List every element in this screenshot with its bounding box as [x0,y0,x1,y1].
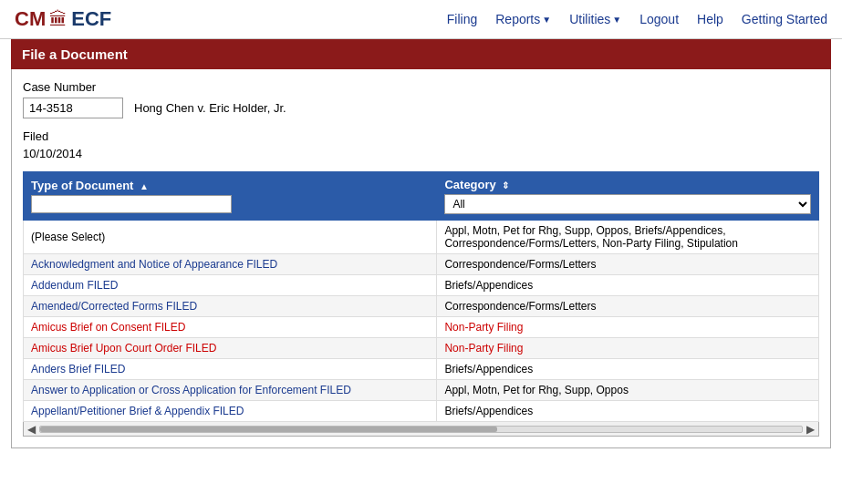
type-cell: (Please Select) [24,221,437,254]
reports-dropdown-arrow: ▼ [542,15,551,25]
logo: CM 🏛 ECF [15,7,111,31]
category-cell: Appl, Motn, Pet for Rhg, Supp, Oppos, Br… [437,221,819,254]
category-cell: Non-Party Filing [437,338,819,359]
category-cell: Briefs/Appendices [437,275,819,296]
doc-table-body: (Please Select)Appl, Motn, Pet for Rhg, … [24,221,819,422]
case-number-label: Case Number [23,80,819,94]
table-row: Answer to Application or Cross Applicati… [24,380,819,401]
case-number-section: Case Number Hong Chen v. Eric Holder, Jr… [23,80,819,118]
table-row: Amicus Brief on Consent FILEDNon-Party F… [24,317,819,338]
filed-section: Filed 10/10/2014 [23,129,819,160]
case-row: Hong Chen v. Eric Holder, Jr. [23,98,819,118]
category-cell: Briefs/Appendices [437,359,819,380]
document-table-wrapper: Type of Document ▲ Category ⇕ All [23,171,819,422]
type-cell[interactable]: Appellant/Petitioner Brief & Appendix FI… [24,401,437,422]
filed-label: Filed [23,129,819,143]
category-select-wrapper: All Appl, Motn, Pet for Rhg, Supp, Oppos… [444,191,811,214]
type-cell[interactable]: Amended/Corrected Forms FILED [24,296,437,317]
filed-date: 10/10/2014 [23,147,819,160]
col-header-type[interactable]: Type of Document ▲ [24,172,437,221]
category-cell: Correspondence/Forms/Letters [437,296,819,317]
nav-filing[interactable]: Filing [447,12,477,26]
type-cell[interactable]: Addendum FILED [24,275,437,296]
case-number-input[interactable] [23,98,123,118]
nav-utilities[interactable]: Utilities ▼ [569,12,621,26]
main-content: File a Document Case Number Hong Chen v.… [0,39,842,459]
case-name: Hong Chen v. Eric Holder, Jr. [134,101,286,115]
nav-getting-started[interactable]: Getting Started [742,12,827,26]
category-cell: Correspondence/Forms/Letters [437,254,819,275]
file-doc-header: File a Document [11,39,831,69]
table-row: Appellant/Petitioner Brief & Appendix FI… [24,401,819,422]
category-cell: Briefs/Appendices [437,401,819,422]
type-cell[interactable]: Answer to Application or Cross Applicati… [24,380,437,401]
header: CM 🏛 ECF Filing Reports ▼ Utilities ▼ Lo… [0,0,842,39]
nav-help[interactable]: Help [697,12,723,26]
sort-category-arrow[interactable]: ⇕ [502,180,509,190]
logo-icon: 🏛 [49,9,68,30]
category-select[interactable]: All Appl, Motn, Pet for Rhg, Supp, Oppos… [444,194,811,214]
horizontal-scrollbar[interactable]: ◀ ▶ [23,422,819,437]
category-cell: Non-Party Filing [437,317,819,338]
table-row: Amicus Brief Upon Court Order FILEDNon-P… [24,338,819,359]
type-cell[interactable]: Amicus Brief on Consent FILED [24,317,437,338]
type-cell[interactable]: Acknowledgment and Notice of Appearance … [24,254,437,275]
scroll-right-arrow[interactable]: ▶ [806,423,815,436]
type-filter-input[interactable] [31,195,232,213]
type-cell[interactable]: Amicus Brief Upon Court Order FILED [24,338,437,359]
table-header: Type of Document ▲ Category ⇕ All [24,172,819,221]
col-header-category[interactable]: Category ⇕ All Appl, Motn, Pet for Rhg, … [437,172,819,221]
nav-reports[interactable]: Reports ▼ [495,12,551,26]
file-doc-title: File a Document [22,46,128,62]
sort-type-arrow[interactable]: ▲ [140,181,149,191]
type-cell[interactable]: Anders Brief FILED [24,359,437,380]
utilities-dropdown-arrow: ▼ [612,15,621,25]
table-row: Addendum FILEDBriefs/Appendices [24,275,819,296]
table-row: Acknowledgment and Notice of Appearance … [24,254,819,275]
table-row: Anders Brief FILEDBriefs/Appendices [24,359,819,380]
table-row: Amended/Corrected Forms FILEDCorresponde… [24,296,819,317]
content-area: Case Number Hong Chen v. Eric Holder, Jr… [11,69,831,448]
scroll-track[interactable] [39,426,803,433]
scroll-left-arrow[interactable]: ◀ [27,423,36,436]
category-cell: Appl, Motn, Pet for Rhg, Supp, Oppos [437,380,819,401]
nav: Filing Reports ▼ Utilities ▼ Logout Help… [447,12,827,26]
scroll-thumb [40,427,497,432]
logo-ecf: ECF [71,7,111,31]
nav-logout[interactable]: Logout [639,12,679,26]
logo-cm: CM [15,7,46,31]
document-table: Type of Document ▲ Category ⇕ All [23,171,819,422]
table-row: (Please Select)Appl, Motn, Pet for Rhg, … [24,221,819,254]
